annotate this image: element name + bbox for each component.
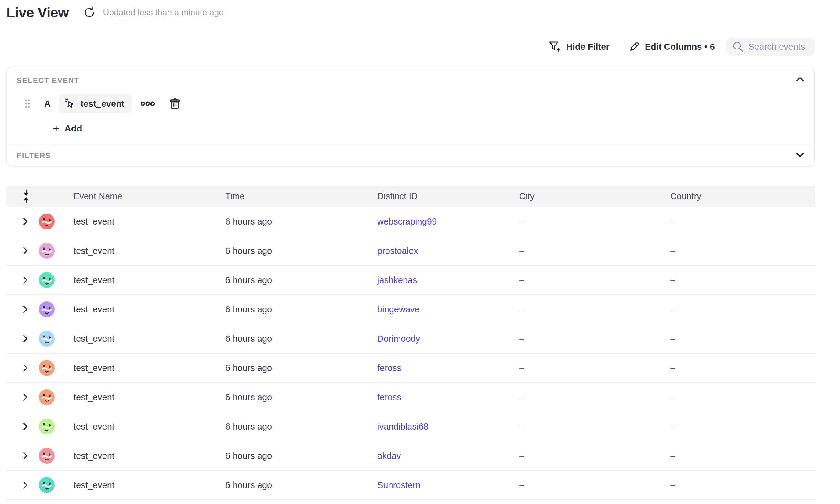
- search-icon: [732, 40, 744, 53]
- row-expand-chevron-icon[interactable]: [22, 364, 29, 372]
- city-cell: –: [519, 305, 670, 314]
- row-expand-chevron-icon[interactable]: [22, 393, 29, 401]
- collapse-section-button[interactable]: [795, 77, 805, 83]
- distinct-id-link[interactable]: webscraping99: [377, 217, 437, 227]
- avatar: [39, 272, 55, 288]
- add-button-label: Add: [65, 123, 82, 133]
- hide-filter-button[interactable]: Hide Filter: [548, 40, 610, 53]
- toolbar: Hide Filter Edit Columns • 6: [548, 37, 815, 56]
- live-view-page: Live View Updated less than a minute ago…: [0, 0, 840, 504]
- city-cell: –: [519, 217, 670, 227]
- row-expand-chevron-icon[interactable]: [22, 305, 29, 313]
- table-row[interactable]: test_event 6 hours ago webscraping99 – –: [6, 207, 815, 236]
- collapse-vertical-icon: [22, 189, 30, 204]
- cursor-click-icon: [64, 97, 76, 110]
- pencil-icon: [629, 41, 640, 53]
- table-row[interactable]: test_event 6 hours ago Dorimoody – –: [6, 324, 815, 354]
- row-expand-chevron-icon[interactable]: [22, 481, 29, 489]
- edit-columns-button[interactable]: Edit Columns • 6: [629, 41, 715, 53]
- event-select-chip[interactable]: test_event: [58, 94, 132, 113]
- avatar: [39, 389, 55, 405]
- table-row[interactable]: test_event 6 hours ago prostoalex – –: [6, 236, 815, 266]
- table-row[interactable]: test_event 6 hours ago feross – –: [6, 354, 815, 383]
- distinct-id-link[interactable]: jashkenas: [377, 275, 417, 285]
- event-name-cell: test_event: [73, 334, 225, 344]
- select-event-label: SELECT EVENT: [17, 76, 805, 85]
- plus-icon: +: [53, 124, 59, 133]
- time-cell: 6 hours ago: [225, 334, 377, 344]
- distinct-id-link[interactable]: akdav: [377, 451, 401, 461]
- series-letter: A: [44, 99, 51, 109]
- ellipsis-icon: [141, 101, 155, 107]
- time-cell: 6 hours ago: [225, 451, 377, 461]
- distinct-id-link[interactable]: Dorimoody: [377, 334, 420, 343]
- row-expand-chevron-icon[interactable]: [22, 335, 29, 343]
- distinct-id-link[interactable]: feross: [377, 392, 401, 402]
- event-name-cell: test_event: [73, 305, 225, 314]
- add-event-button[interactable]: + Add: [53, 123, 83, 133]
- column-header-event-name: Event Name: [73, 191, 225, 201]
- event-name-cell: test_event: [73, 421, 225, 432]
- filters-label: FILTERS: [17, 151, 51, 160]
- event-name-cell: test_event: [73, 451, 225, 461]
- search-box: [727, 37, 815, 56]
- delete-event-button[interactable]: [170, 97, 180, 110]
- time-cell: 6 hours ago: [225, 392, 377, 402]
- table-row[interactable]: test_event 6 hours ago bingewave – –: [6, 295, 815, 324]
- search-input[interactable]: [749, 42, 809, 52]
- drag-handle[interactable]: [25, 99, 30, 109]
- time-cell: 6 hours ago: [225, 363, 377, 373]
- collapse-rows-button[interactable]: [22, 189, 30, 204]
- event-name-cell: test_event: [73, 275, 225, 285]
- expand-filters-button[interactable]: [795, 152, 805, 158]
- avatar: [39, 360, 55, 376]
- avatar: [39, 448, 55, 464]
- event-name-cell: test_event: [73, 480, 225, 490]
- page-title: Live View: [6, 4, 69, 21]
- row-expand-chevron-icon[interactable]: [22, 422, 29, 431]
- distinct-id-link[interactable]: ivandiblasi68: [377, 421, 428, 431]
- avatar: [39, 418, 55, 434]
- city-cell: –: [519, 480, 670, 490]
- row-expand-chevron-icon[interactable]: [22, 217, 29, 226]
- country-cell: –: [670, 421, 815, 432]
- hide-filter-label: Hide Filter: [566, 42, 610, 52]
- row-expand-chevron-icon[interactable]: [22, 276, 29, 284]
- filters-section[interactable]: FILTERS: [7, 145, 815, 166]
- city-cell: –: [519, 421, 670, 432]
- refresh-button[interactable]: [83, 6, 96, 19]
- table-row[interactable]: test_event 6 hours ago ivandiblasi68 – –: [6, 412, 815, 442]
- distinct-id-link[interactable]: feross: [377, 363, 401, 373]
- city-cell: –: [519, 334, 670, 344]
- event-name-cell: test_event: [73, 246, 225, 256]
- city-cell: –: [519, 275, 670, 285]
- event-name-cell: test_event: [73, 217, 225, 227]
- row-expand-chevron-icon[interactable]: [22, 451, 29, 460]
- country-cell: –: [670, 392, 815, 402]
- refresh-icon: [84, 7, 95, 18]
- avatar: [39, 331, 55, 346]
- distinct-id-link[interactable]: prostoalex: [377, 246, 418, 256]
- city-cell: –: [519, 392, 670, 402]
- distinct-id-link[interactable]: bingewave: [377, 305, 420, 314]
- country-cell: –: [670, 451, 815, 461]
- city-cell: –: [519, 246, 670, 256]
- more-options-button[interactable]: [141, 101, 155, 107]
- country-cell: –: [670, 246, 815, 256]
- table-row[interactable]: test_event 6 hours ago feross – –: [6, 383, 815, 412]
- table-row[interactable]: test_event 6 hours ago jashkenas – –: [6, 266, 815, 295]
- page-header: Live View Updated less than a minute ago: [6, 4, 224, 21]
- table-header: Event Name Time Distinct ID City Country: [6, 186, 815, 207]
- table-row[interactable]: test_event 6 hours ago Sunrostern – –: [6, 471, 815, 500]
- row-expand-chevron-icon[interactable]: [22, 247, 29, 255]
- avatar: [39, 477, 55, 493]
- query-builder-panel: SELECT EVENT A: [6, 67, 815, 166]
- time-cell: 6 hours ago: [225, 246, 377, 256]
- chevron-up-icon: [795, 77, 805, 83]
- filter-plus-icon: [548, 40, 561, 53]
- chevron-down-icon: [795, 152, 805, 158]
- distinct-id-link[interactable]: Sunrostern: [377, 480, 421, 490]
- table-row[interactable]: test_event 6 hours ago akdav – –: [6, 442, 815, 471]
- country-cell: –: [670, 363, 815, 373]
- updated-status-text: Updated less than a minute ago: [103, 7, 224, 17]
